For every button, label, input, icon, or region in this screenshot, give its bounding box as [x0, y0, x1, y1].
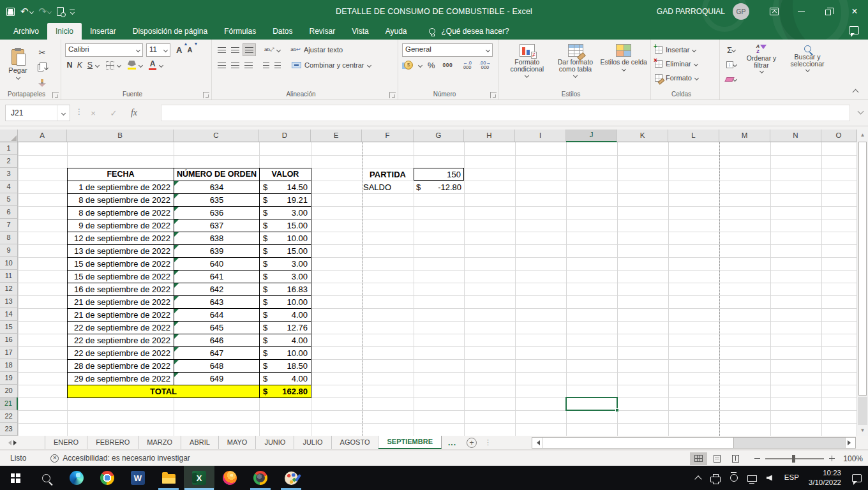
action-center-icon[interactable]: [852, 474, 862, 482]
align-right-button[interactable]: [243, 59, 255, 71]
percent-style-button[interactable]: %: [426, 59, 437, 71]
menu-tab-ayuda[interactable]: Ayuda: [377, 23, 415, 40]
sheet-tab-agosto[interactable]: AGOSTO: [332, 436, 379, 449]
zoom-in-icon[interactable]: [829, 456, 835, 461]
cell-value[interactable]: $10.00: [260, 347, 311, 360]
column-header-i[interactable]: I: [515, 130, 566, 142]
row-header-20[interactable]: 20: [0, 385, 18, 397]
row-header-6[interactable]: 6: [0, 206, 18, 219]
cell-value[interactable]: $3.00: [260, 271, 311, 283]
number-format-select[interactable]: General: [402, 43, 493, 57]
row-header-3[interactable]: 3: [0, 168, 18, 181]
row-header-4[interactable]: 4: [0, 181, 18, 193]
horizontal-scrollbar[interactable]: [532, 437, 856, 449]
cell-value[interactable]: $16.83: [260, 283, 311, 296]
sheet-tab-julio[interactable]: JULIO: [294, 436, 331, 449]
row-header-14[interactable]: 14: [0, 308, 18, 321]
row-header-22[interactable]: 22: [0, 410, 18, 423]
tray-expand-icon[interactable]: [694, 475, 701, 482]
confirm-entry-icon[interactable]: ✓: [103, 105, 124, 121]
cell-order[interactable]: 644: [174, 309, 260, 322]
underline-button[interactable]: S: [86, 59, 94, 71]
horizontal-scroll-thumb[interactable]: [542, 438, 734, 448]
column-header-f[interactable]: F: [362, 130, 414, 142]
cell-date[interactable]: 15 de septiembre de 2022: [68, 258, 174, 271]
total-label-cell[interactable]: TOTAL: [68, 385, 260, 398]
column-header-d[interactable]: D: [259, 130, 311, 142]
format-painter-button[interactable]: [34, 77, 50, 89]
zoom-slider-thumb[interactable]: [792, 455, 795, 463]
format-as-table-button[interactable]: Dar formato como tabla: [551, 42, 600, 88]
cell-date[interactable]: 16 de septiembre de 2022: [68, 283, 174, 296]
insert-cells-button[interactable]: Insertar: [655, 43, 717, 57]
cell-date[interactable]: 29 de septiembre de 2022: [68, 373, 174, 385]
row-header-23[interactable]: 23: [0, 423, 18, 436]
network-icon[interactable]: [747, 475, 757, 482]
paste-button[interactable]: Pegar: [4, 42, 32, 85]
cell-value[interactable]: $10.00: [260, 232, 311, 245]
cell-date[interactable]: 9 de septiembre de 2022: [68, 219, 174, 232]
row-header-1[interactable]: 1: [0, 142, 18, 155]
cell-date[interactable]: 1 de septiembre de 2022: [68, 181, 174, 194]
cell-order[interactable]: 634: [174, 181, 260, 194]
cell-value[interactable]: $10.00: [260, 296, 311, 309]
minimize-button[interactable]: [788, 0, 814, 23]
sort-filter-button[interactable]: AZ Ordenar y filtrar: [738, 42, 784, 88]
accessibility-status[interactable]: ✕ Accesibilidad: es necesario investigar: [50, 454, 190, 463]
scroll-right-icon[interactable]: [845, 438, 855, 448]
menu-tab-archivo[interactable]: Archivo: [5, 23, 47, 40]
column-header-e[interactable]: E: [311, 130, 362, 142]
cell-order[interactable]: 642: [174, 283, 260, 296]
taskbar-app-word[interactable]: W: [123, 466, 153, 490]
decrease-indent-button[interactable]: [261, 59, 271, 71]
cell-value[interactable]: $4.00: [260, 373, 311, 385]
undo-button[interactable]: ↶: [20, 7, 33, 17]
cell-order[interactable]: 636: [174, 207, 260, 219]
cell-date[interactable]: 13 de septiembre de 2022: [68, 245, 174, 258]
formula-input[interactable]: [161, 105, 850, 121]
cell-order[interactable]: 643: [174, 296, 260, 309]
cell-value[interactable]: $14.50: [260, 181, 311, 194]
column-header-m[interactable]: M: [719, 130, 770, 142]
taskbar-app-chrome-work[interactable]: [245, 466, 276, 490]
column-header-l[interactable]: L: [668, 130, 719, 142]
taskbar-app-start[interactable]: [0, 466, 31, 490]
menu-tab-revisar[interactable]: Revisar: [301, 23, 344, 40]
total-value-cell[interactable]: $162.80: [260, 385, 311, 398]
sheet-tab-febrero[interactable]: FEBRERO: [87, 436, 138, 449]
align-left-button[interactable]: [216, 59, 228, 71]
menu-tab-vista[interactable]: Vista: [343, 23, 377, 40]
column-header-a[interactable]: A: [18, 130, 67, 142]
taskbar-app-search[interactable]: [31, 466, 61, 490]
align-top-button[interactable]: [216, 43, 228, 56]
more-sheets-button[interactable]: ...: [442, 436, 463, 449]
copy-button[interactable]: [34, 61, 50, 74]
cell-value[interactable]: $4.00: [260, 309, 311, 322]
font-dialog-launcher[interactable]: [203, 92, 209, 98]
screen-clip-icon[interactable]: [730, 474, 738, 482]
partida-label-cell[interactable]: PARTIDA: [362, 168, 414, 181]
cell-order[interactable]: 640: [174, 258, 260, 271]
cell-order[interactable]: 647: [174, 347, 260, 360]
clock[interactable]: 10:23 3/10/2022: [809, 468, 841, 487]
autosum-button[interactable]: Σ: [724, 43, 738, 56]
scroll-down-icon[interactable]: ▼: [857, 425, 868, 436]
row-header-2[interactable]: 2: [0, 155, 18, 168]
number-dialog-launcher[interactable]: [490, 92, 497, 98]
font-name-select[interactable]: Calibri: [65, 43, 143, 57]
insert-function-icon[interactable]: fx: [124, 105, 144, 121]
sheet-tab-junio[interactable]: JUNIO: [256, 436, 294, 449]
cell-value[interactable]: $15.00: [260, 245, 311, 258]
format-cells-button[interactable]: Formato: [655, 71, 717, 85]
font-color-button[interactable]: A: [147, 59, 158, 71]
zoom-out-icon[interactable]: [754, 458, 760, 459]
row-header-15[interactable]: 15: [0, 321, 18, 334]
table-header-valor[interactable]: VALOR: [260, 168, 311, 181]
bold-button[interactable]: N: [65, 59, 74, 71]
select-all-corner[interactable]: [0, 130, 18, 142]
cell-order[interactable]: 639: [174, 245, 260, 258]
column-header-c[interactable]: C: [174, 130, 259, 142]
cell-value[interactable]: $3.00: [260, 258, 311, 271]
menu-tab-formulas[interactable]: Fórmulas: [216, 23, 264, 40]
menu-tab-disposicion-de-pagina[interactable]: Disposición de página: [124, 23, 216, 40]
